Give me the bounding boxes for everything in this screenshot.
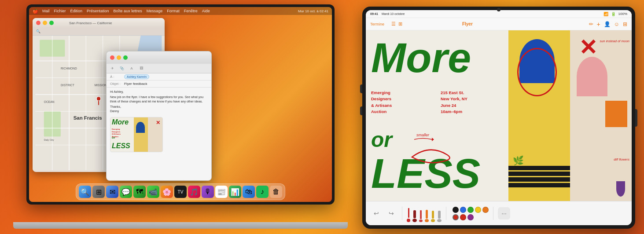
mail-maximize-btn[interactable]: [123, 55, 128, 60]
undo-btn[interactable]: ↩: [370, 207, 383, 219]
ipad-back-btn[interactable]: Termine: [370, 22, 384, 26]
color-yellow[interactable]: [475, 207, 481, 213]
annotation-flowers: diff flowers: [614, 157, 629, 161]
dock-spotify[interactable]: ♪: [256, 186, 269, 198]
photo-icon[interactable]: 🖼: [138, 66, 144, 72]
svg-text:MISSION: MISSION: [94, 84, 107, 87]
menubar-format[interactable]: Format: [167, 9, 180, 14]
mail-close-btn[interactable]: [110, 55, 114, 60]
menubar-message[interactable]: Message: [147, 9, 163, 14]
maps-close-btn[interactable]: [36, 21, 40, 25]
color-red-selected[interactable]: [453, 214, 459, 220]
annotation-circle: [517, 48, 557, 96]
mail-window[interactable]: ✈ 📎 A 🖼 À : Ashley Kamrin Objet : Flyer …: [106, 51, 212, 181]
dock-finder[interactable]: 🔍: [79, 186, 91, 198]
dock-trash[interactable]: 🗑: [270, 186, 282, 198]
svg-text:RICHMOND: RICHMOND: [61, 67, 77, 70]
tool-pen1[interactable]: [407, 205, 410, 222]
mail-attachment[interactable]: More or LESS EmergingDesigners& Artisans…: [110, 117, 163, 152]
dock-appstore[interactable]: 🛍: [243, 186, 255, 198]
svg-point-20: [96, 97, 101, 101]
addr-line4: 10am–6pm: [441, 109, 467, 115]
maps-titlebar: San Francisco — Californie: [33, 18, 165, 28]
to-value[interactable]: Ashley Kamrin: [124, 74, 149, 79]
ipad-vol-up[interactable]: [360, 84, 362, 93]
menubar-boite[interactable]: Boîte aux lettres: [114, 9, 142, 14]
add-icon[interactable]: +: [597, 21, 600, 28]
dock-photos[interactable]: 🌸: [161, 186, 173, 198]
view-grid-icon[interactable]: ⊞: [398, 21, 402, 27]
maps-maximize-btn[interactable]: [49, 21, 54, 25]
stripe1: [508, 166, 570, 170]
tool-marker[interactable]: [412, 205, 417, 222]
format-icon[interactable]: A: [129, 66, 135, 72]
addr-line1: 215 East St.: [441, 90, 467, 96]
color-orange[interactable]: [482, 207, 489, 213]
smiley-icon[interactable]: ☺: [614, 21, 619, 27]
maps-minimize-btn[interactable]: [43, 21, 47, 25]
menubar-fichier[interactable]: Fichier: [54, 9, 66, 14]
ipad-view-icons: ☰ ⊞: [391, 21, 402, 27]
menubar-aide[interactable]: Aide: [202, 9, 210, 14]
redo-btn[interactable]: ↪: [385, 207, 397, 219]
mail-minimize-btn[interactable]: [117, 55, 121, 60]
toolbar-more-btn[interactable]: ···: [498, 207, 510, 219]
event-line3: & Artisans: [371, 102, 392, 109]
ipad-vol-down[interactable]: [360, 106, 362, 115]
flyer-or-text: or: [371, 129, 392, 150]
dock-messages[interactable]: 💬: [120, 186, 132, 198]
color-purple[interactable]: [467, 214, 474, 220]
tool-eraser[interactable]: [437, 205, 442, 222]
flyer-mini-event: EmergingDesigners& ArtisansAuction: [112, 128, 121, 138]
search-icon: 🔍: [36, 29, 40, 33]
pencil-icon[interactable]: ✏: [589, 21, 593, 27]
addr-line2: New York, NY: [441, 96, 467, 102]
color-blue[interactable]: [460, 207, 466, 213]
ipad-date: Mardi 10 octobre: [382, 12, 405, 15]
maps-search-bar[interactable]: 🔍: [33, 28, 165, 36]
dock-mail[interactable]: ✉: [106, 186, 118, 198]
maps-search-input[interactable]: [42, 29, 88, 33]
event-line4: Auction: [371, 109, 392, 115]
menubar-items: 🍎 Mail Fichier Édition Présentation Boît…: [33, 9, 210, 14]
menubar-mail[interactable]: Mail: [42, 9, 50, 14]
macbook-base: [13, 222, 348, 229]
addr-line3: June 24: [441, 102, 467, 109]
menubar-apple[interactable]: 🍎: [33, 9, 38, 14]
drawing-tools: [407, 205, 442, 222]
color-green[interactable]: [467, 207, 474, 213]
dock-numbers[interactable]: 📊: [229, 186, 241, 198]
toolbar-sep2: [446, 207, 446, 220]
ipad-power-btn[interactable]: [635, 109, 637, 127]
dock-facetime[interactable]: 📹: [147, 186, 159, 198]
dock-news[interactable]: 📰: [215, 186, 228, 198]
tool-pencil[interactable]: [419, 205, 423, 222]
x-mark: ✕: [579, 35, 597, 60]
dock-itv[interactable]: TV: [174, 186, 187, 198]
view-list-icon[interactable]: ☰: [391, 21, 396, 27]
dock-maps[interactable]: 🗺: [133, 186, 146, 198]
person-icon[interactable]: 👤: [604, 21, 611, 27]
dock-launchpad[interactable]: ⊞: [92, 186, 105, 198]
more-nav-icon[interactable]: ⊞: [623, 21, 627, 27]
macbook: 🍎 Mail Fichier Édition Présentation Boît…: [13, 4, 348, 229]
dock-podcasts[interactable]: 🎙: [202, 186, 214, 198]
send-icon[interactable]: ✈: [109, 66, 115, 72]
tool-brush[interactable]: [425, 205, 429, 222]
color-black[interactable]: [453, 207, 459, 213]
menubar-presentation[interactable]: Présentation: [87, 9, 109, 14]
ipad: 09:41 Mardi 10 octobre 📶 🔋 100% Termine …: [362, 7, 635, 229]
panel-col1: 🌿: [508, 30, 570, 201]
color-palette: [453, 207, 489, 220]
ipad-flyer: More Emerging Designers & Artisans Aucti…: [366, 30, 632, 201]
more-dots: ···: [501, 210, 507, 217]
panel-col2: ✕ sun instead of moon diff flowers: [570, 30, 632, 201]
tool-fill[interactable]: [431, 205, 435, 222]
color-red2[interactable]: [460, 214, 466, 220]
mail-body[interactable]: Hi Ashley, New job on the flyer. I have …: [107, 88, 211, 115]
wifi-icon: 📶: [604, 12, 608, 16]
attach-icon[interactable]: 📎: [119, 66, 125, 72]
menubar-fenetre[interactable]: Fenêtre: [184, 9, 198, 14]
menubar-edition[interactable]: Édition: [70, 9, 83, 14]
dock-music[interactable]: 🎵: [188, 186, 200, 198]
